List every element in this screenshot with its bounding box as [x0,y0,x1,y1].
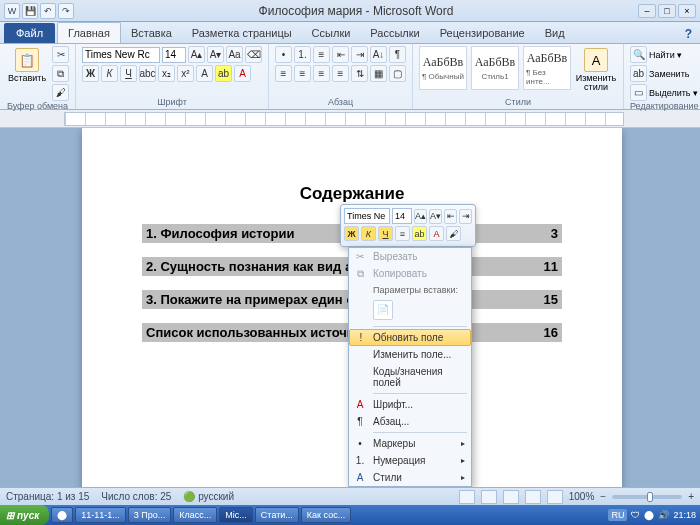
font-size-select[interactable] [162,47,186,63]
view-web-icon[interactable] [503,490,519,504]
mini-font-size[interactable] [392,208,412,224]
tab-home[interactable]: Главная [57,22,121,43]
change-case-icon[interactable]: Aa [226,46,243,63]
view-outline-icon[interactable] [525,490,541,504]
multilevel-icon[interactable]: ≡ [313,46,330,63]
indent-inc-icon[interactable]: ⇥ [351,46,368,63]
zoom-in-icon[interactable]: + [688,491,694,502]
status-words[interactable]: Число слов: 25 [101,491,171,502]
ctx-bullets[interactable]: •Маркеры [349,435,471,452]
style-style1[interactable]: АаБбВв Стиль1 [471,46,519,90]
tab-mailings[interactable]: Рассылки [360,23,429,43]
numbering-icon[interactable]: 1. [294,46,311,63]
maximize-icon[interactable]: □ [658,4,676,18]
tray-icon[interactable]: 🛡 [631,510,640,520]
ctx-copy[interactable]: ⧉Копировать [349,265,471,282]
tab-insert[interactable]: Вставка [121,23,182,43]
bullets-icon[interactable]: • [275,46,292,63]
task-item[interactable]: Как сос... [301,507,351,523]
show-marks-icon[interactable]: ¶ [389,46,406,63]
clock[interactable]: 21:18 [673,510,696,520]
task-item[interactable]: 3 Про... [128,507,172,523]
mini-italic[interactable]: К [361,226,376,241]
align-left-icon[interactable]: ≡ [275,65,292,82]
tab-review[interactable]: Рецензирование [430,23,535,43]
task-item[interactable]: 11-11-1... [75,507,126,523]
ctx-toggle-codes[interactable]: Коды/значения полей [349,363,471,391]
ctx-styles[interactable]: AСтили [349,469,471,486]
view-read-icon[interactable] [481,490,497,504]
highlight-icon[interactable]: ab [215,65,232,82]
tab-file[interactable]: Файл [4,23,55,43]
mini-bold[interactable]: Ж [344,226,359,241]
view-print-icon[interactable] [459,490,475,504]
highlight-icon[interactable]: ab [412,226,427,241]
paste-option-icon[interactable]: 📄 [373,300,393,320]
text-effects-icon[interactable]: A [196,65,213,82]
redo-icon[interactable]: ↷ [58,3,74,19]
ruler[interactable] [64,112,624,126]
italic-button[interactable]: К [101,65,118,82]
line-spacing-icon[interactable]: ⇅ [351,65,368,82]
align-center-icon[interactable]: ≡ [395,226,410,241]
borders-icon[interactable]: ▢ [389,65,406,82]
paste-button[interactable]: 📋 Вставить [6,46,48,85]
save-icon[interactable]: 💾 [22,3,38,19]
view-draft-icon[interactable] [547,490,563,504]
tab-view[interactable]: Вид [535,23,575,43]
zoom-out-icon[interactable]: − [600,491,606,502]
task-item[interactable]: Стати... [255,507,299,523]
grow-font-icon[interactable]: A▴ [414,209,427,224]
indent-dec-icon[interactable]: ⇤ [444,209,457,224]
status-page[interactable]: Страница: 1 из 15 [6,491,89,502]
tab-references[interactable]: Ссылки [302,23,361,43]
copy-icon[interactable]: ⧉ [52,65,69,82]
ctx-update-field[interactable]: !Обновить поле [349,329,471,346]
indent-dec-icon[interactable]: ⇤ [332,46,349,63]
tray-icon[interactable]: 🔊 [658,510,669,520]
minimize-icon[interactable]: – [638,4,656,18]
format-painter-icon[interactable]: 🖌 [52,84,69,101]
find-button[interactable]: 🔍Найти ▾ [630,46,698,63]
bold-button[interactable]: Ж [82,65,99,82]
start-button[interactable]: ⊞ пуск [0,505,49,525]
task-item[interactable]: Mic... [219,507,253,523]
grow-font-icon[interactable]: A▴ [188,46,205,63]
cut-icon[interactable]: ✂ [52,46,69,63]
sort-icon[interactable]: A↓ [370,46,387,63]
clear-format-icon[interactable]: ⌫ [245,46,262,63]
superscript-icon[interactable]: x² [177,65,194,82]
change-styles-button[interactable]: A Изменить стили [575,46,617,94]
slider-thumb[interactable] [647,492,653,502]
tab-layout[interactable]: Разметка страницы [182,23,302,43]
font-color-icon[interactable]: A [234,65,251,82]
format-painter-icon[interactable]: 🖌 [446,226,461,241]
underline-button[interactable]: Ч [120,65,137,82]
mini-underline[interactable]: Ч [378,226,393,241]
strikethrough-icon[interactable]: abc [139,65,156,82]
indent-inc-icon[interactable]: ⇥ [459,209,472,224]
subscript-icon[interactable]: x₂ [158,65,175,82]
style-no-spacing[interactable]: АаБбВв ¶ Без инте... [523,46,571,90]
align-center-icon[interactable]: ≡ [294,65,311,82]
font-name-select[interactable] [82,47,160,63]
ctx-edit-field[interactable]: Изменить поле... [349,346,471,363]
align-right-icon[interactable]: ≡ [313,65,330,82]
select-button[interactable]: ▭Выделить ▾ [630,84,698,101]
close-icon[interactable]: × [678,4,696,18]
shrink-font-icon[interactable]: A▾ [429,209,442,224]
lang-indicator[interactable]: RU [608,509,627,521]
font-color-icon[interactable]: A [429,226,444,241]
zoom-value[interactable]: 100% [569,491,595,502]
undo-icon[interactable]: ↶ [40,3,56,19]
replace-button[interactable]: abЗаменить [630,65,698,82]
justify-icon[interactable]: ≡ [332,65,349,82]
shading-icon[interactable]: ▦ [370,65,387,82]
mini-font-name[interactable] [344,208,390,224]
zoom-slider[interactable] [612,495,682,499]
ctx-cut[interactable]: ✂Вырезать [349,248,471,265]
task-item[interactable]: Класс... [173,507,217,523]
task-item[interactable]: ⬤ [51,507,73,523]
ctx-font[interactable]: AШрифт... [349,396,471,413]
tray-icon[interactable]: ⬤ [644,510,654,520]
